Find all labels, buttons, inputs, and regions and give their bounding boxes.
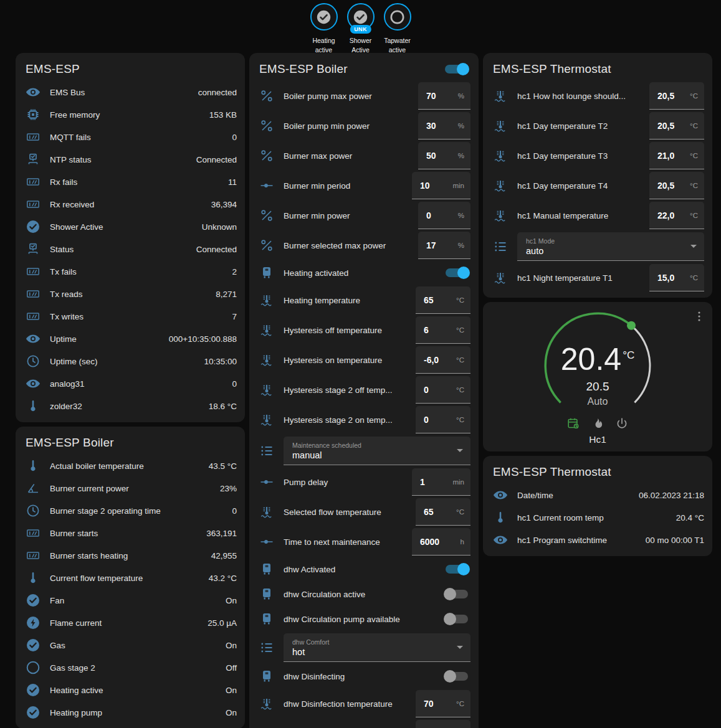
sensor-row[interactable]: analog31 0	[16, 372, 245, 395]
number-input[interactable]: 20,5 °C	[649, 112, 704, 139]
number-value: 1	[420, 477, 425, 487]
boiler-icon	[259, 562, 274, 577]
number-input[interactable]: 0 °C	[416, 376, 470, 404]
sensor-row[interactable]: Tx writes 7	[16, 305, 245, 328]
sensor-value: 43.2 °C	[209, 574, 237, 583]
number-input[interactable]: 21,0 °C	[649, 142, 704, 169]
sensor-row[interactable]: Free memory 153 KB	[16, 103, 245, 126]
toggle-row: dhw Disinfecting	[249, 664, 479, 689]
sensor-row[interactable]: zolder32 18.6 °C	[16, 395, 245, 417]
number-row: hc1 Manual temperature 22,0 °C	[483, 201, 712, 230]
sensor-row[interactable]: Heating active On	[16, 679, 245, 701]
sensor-value: 11	[228, 177, 237, 187]
card-header-toggle[interactable]	[445, 65, 467, 73]
sensor-row[interactable]: Burner starts heating 42,955	[16, 544, 245, 567]
number-input[interactable]: 6 °C	[416, 316, 470, 344]
sensor-row[interactable]: Burner stage 2 operating time 0	[16, 499, 245, 522]
select-label: hc1 Mode	[526, 237, 690, 245]
sensor-row[interactable]: MQTT fails 0	[16, 126, 245, 148]
dial-knob[interactable]	[627, 321, 636, 330]
status-badge[interactable]: Heating active	[307, 3, 341, 55]
number-input[interactable]: 50 %	[418, 142, 470, 169]
sensor-row[interactable]: Date/time 06.02.2023 21:18	[483, 484, 712, 506]
sensor-row[interactable]: Status Connected	[16, 238, 245, 260]
sensor-row[interactable]: Actual boiler temperature 43.5 °C	[16, 455, 245, 477]
number-input[interactable]: 70 °C	[416, 690, 470, 717]
percent-icon	[259, 208, 274, 223]
toggle-thumb	[457, 563, 470, 575]
sensor-row[interactable]: NTP status Connected	[16, 148, 245, 171]
number-unit: %	[458, 152, 464, 159]
sensor-row[interactable]: Heating pump On	[16, 701, 245, 724]
calendar-clock-icon[interactable]	[566, 417, 580, 430]
sensor-label: Heating active	[50, 686, 226, 695]
sensor-row[interactable]: Fan On	[16, 589, 245, 612]
number-unit: min	[452, 182, 464, 189]
badge-check-icon	[352, 9, 369, 26]
sensor-row[interactable]: EMS Bus connected	[16, 81, 245, 103]
number-input[interactable]: 22,0 °C	[649, 202, 704, 229]
number-input[interactable]: 65 °C	[416, 498, 470, 526]
number-row: Time to next maintenance 6000 h	[249, 527, 479, 557]
number-input[interactable]: 6000 h	[412, 528, 470, 555]
sensor-row[interactable]: Gas stage 2 Off	[16, 656, 245, 679]
toggle-switch[interactable]	[446, 565, 468, 574]
ray-icon	[259, 178, 274, 193]
number-unit: °C	[456, 356, 464, 364]
clock-icon	[26, 354, 41, 369]
number-input[interactable]: 70 %	[418, 82, 470, 110]
toggle-switch[interactable]	[446, 615, 468, 623]
ems-esp-card: EMS-ESP EMS Bus connected Free memory 15…	[16, 53, 245, 422]
sensor-row[interactable]: Gas On	[16, 634, 245, 656]
number-input[interactable]: 0 °C	[416, 406, 470, 433]
number-input[interactable]: 65 °C	[416, 286, 470, 314]
number-input[interactable]: 40 °C	[416, 720, 470, 728]
select-field[interactable]: hc1 Mode auto	[517, 232, 704, 261]
sensor-row[interactable]: hc1 Program switchtime 00 mo 00:00 T1	[483, 529, 712, 551]
number-input[interactable]: 1 min	[412, 468, 470, 496]
sensor-row[interactable]: Tx reads 8,271	[16, 283, 245, 305]
sensor-row[interactable]: Current flow temperature 43.2 °C	[16, 567, 245, 589]
sensor-row[interactable]: Tx fails 2	[16, 260, 245, 283]
status-badge[interactable]: Tapwater active	[380, 3, 415, 55]
number-input[interactable]: 15,0 °C	[649, 264, 704, 291]
number-input[interactable]: 17 %	[418, 232, 470, 259]
power-icon[interactable]	[615, 417, 629, 430]
sensor-label: Flame current	[50, 618, 208, 628]
sensor-row[interactable]: Uptime 000+10:35:00.888	[16, 328, 245, 350]
sensor-row[interactable]: Uptime (sec) 10:35:00	[16, 350, 245, 372]
number-input[interactable]: 20,5 °C	[649, 172, 704, 199]
number-input[interactable]: 10 min	[412, 172, 470, 199]
sensor-row[interactable]: Flame current 25.0 µA	[16, 612, 245, 634]
number-row: dhw Flow temperature offset 40 °C	[249, 719, 479, 728]
number-row: Burner max power 50 %	[249, 141, 479, 171]
more-options-button[interactable]	[692, 310, 706, 323]
sensor-row[interactable]: Rx received 36,394	[16, 193, 245, 215]
number-label: hc1 Day temperature T3	[517, 151, 649, 161]
number-input[interactable]: 30 %	[418, 112, 470, 139]
sensor-row[interactable]: Rx fails 11	[16, 171, 245, 193]
number-row: Selected flow temperature 65 °C	[249, 497, 479, 527]
number-input[interactable]: 0 %	[418, 202, 470, 229]
toggle-switch[interactable]	[446, 268, 468, 277]
number-input[interactable]: -6,0 °C	[416, 346, 470, 374]
fire-icon[interactable]	[591, 417, 604, 430]
sensor-row[interactable]: Shower Active Unknown	[16, 215, 245, 238]
check-circle-icon	[26, 705, 41, 720]
number-label: Selected flow temperature	[284, 508, 416, 517]
sensor-row[interactable]: Burner starts 363,191	[16, 522, 245, 544]
select-field[interactable]: Maintenance scheduled manual	[284, 437, 470, 465]
sensor-row[interactable]: hc1 Current room temp 20.4 °C	[483, 506, 712, 529]
number-value: 20,5	[657, 91, 674, 101]
toggle-switch[interactable]	[446, 590, 468, 598]
select-value: hot	[292, 647, 457, 657]
control-list: Boiler pump max power 70 % Boiler pump m…	[249, 81, 479, 728]
toggle-switch[interactable]	[446, 672, 468, 681]
status-badge[interactable]: UNK Shower Active	[343, 3, 378, 55]
number-unit: °C	[690, 122, 698, 130]
number-input[interactable]: 20,5 °C	[649, 82, 704, 110]
boiler-icon	[259, 612, 274, 626]
sensor-row[interactable]: Burner current power 23%	[16, 477, 245, 499]
eye-icon	[26, 85, 41, 100]
select-field[interactable]: dhw Comfort hot	[284, 633, 470, 662]
